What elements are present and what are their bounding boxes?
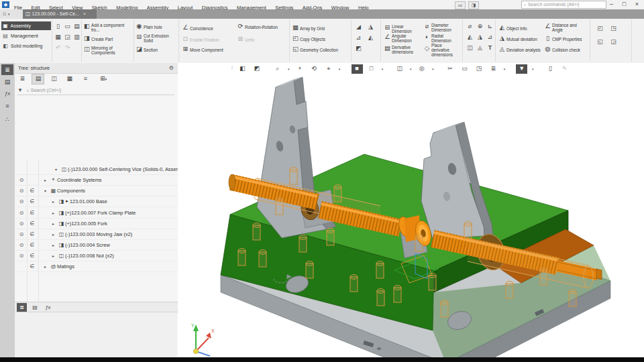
hierarchy-panel-button[interactable]: ∴ xyxy=(1,114,13,125)
tree-mini-button[interactable]: ≣ xyxy=(17,303,27,312)
plain-hole-button[interactable]: ◉Plain hole xyxy=(135,21,176,32)
symbol-button-8[interactable]: ◬ xyxy=(476,44,484,52)
angular-dimension-button[interactable]: ∠Angular Dimension xyxy=(383,32,421,42)
chevron-down-icon[interactable]: ▾ xyxy=(531,64,535,74)
symbol-button-4[interactable]: ◭ xyxy=(466,33,474,42)
pan-button[interactable]: + xyxy=(294,64,305,74)
cut-extrusion-button[interactable]: ⊟Cut Extrusion Solid xyxy=(135,32,176,42)
expand-icon[interactable]: ▸ xyxy=(44,178,50,182)
object-info-button[interactable]: ◭Object Info xyxy=(498,23,541,33)
eye-icon[interactable]: ⊙ xyxy=(16,242,27,248)
collapse-icon[interactable]: ▾ xyxy=(55,167,60,172)
eye-icon[interactable]: ⊙ xyxy=(16,221,27,227)
app-icon[interactable]: ◆ xyxy=(2,1,9,8)
element-of-icon[interactable]: ∈ xyxy=(27,221,38,227)
chevron-down-icon[interactable]: ▾ xyxy=(337,64,342,74)
tree-row-base[interactable]: ⊙∈ ▸ ◨ ► 123.01.000 Base xyxy=(16,196,178,207)
move-component-button[interactable]: ⊞Move Component xyxy=(181,44,231,54)
expand-icon[interactable]: ▸ xyxy=(52,199,58,204)
gear-icon[interactable]: ⚙ xyxy=(169,63,174,73)
tree-row-screw[interactable]: ⊙∈ ▸ ◨ (-)123.00.004 Screw xyxy=(16,239,178,251)
close-button[interactable]: × xyxy=(631,0,643,9)
radial-dimension-button[interactable]: ◐Radial Dimension xyxy=(423,32,461,42)
derivative-dimensions-button[interactable]: ▤Derivative dimensions xyxy=(383,44,421,54)
element-of-icon[interactable]: ∈ xyxy=(27,188,38,194)
symbol-button-5[interactable]: ◮ xyxy=(476,33,484,42)
constraint-button-3[interactable]: ⊿ xyxy=(354,34,363,42)
tree-row-coordinate-systems[interactable]: ⊙ ▸ ⌖ Coordinate Systems xyxy=(16,174,178,186)
tree-layers-button[interactable]: ≡ xyxy=(79,74,92,84)
tree-hidden-objects-button[interactable]: ▦ xyxy=(63,74,76,84)
element-of-icon[interactable]: ∈ xyxy=(27,198,38,204)
tree-row-fork-clamp-plate[interactable]: ⊙∈ ▸ ◨ (+)123.00.007 Fork Clamp Plate xyxy=(16,207,178,219)
geometry-collection-button[interactable]: ◱Geometry Collection xyxy=(291,44,341,54)
eye-icon[interactable]: ⊙ xyxy=(16,188,27,194)
command-search-input[interactable]: ⌕ Search commands (Alt+/) xyxy=(521,1,606,9)
expand-icon[interactable]: ▸ xyxy=(44,264,50,269)
preview-button[interactable]: ◲ xyxy=(63,33,72,42)
tree-grouping-button[interactable]: ⊞▾ xyxy=(95,74,112,84)
symbol-button-1[interactable]: ⌀ xyxy=(466,22,474,31)
document-tab[interactable]: ◫ 123.00.000 - Self-Ce... × xyxy=(23,9,97,19)
chevron-down-icon[interactable]: ▾ xyxy=(409,64,413,74)
home-tab[interactable]: ⌂ ▾ xyxy=(0,9,23,19)
chevron-down-icon[interactable]: ▾ xyxy=(502,64,506,74)
ribbon-tab-management[interactable]: ▤ Management xyxy=(1,32,51,40)
coincidence-button[interactable]: ∠Coincidence xyxy=(181,23,231,33)
zoom-button[interactable]: ⌕ xyxy=(272,64,283,74)
list-panel-button[interactable]: ≡ xyxy=(1,101,13,111)
symbol-button-2[interactable]: ⊕ xyxy=(476,22,484,31)
hidden-lines-button[interactable]: ◫ xyxy=(394,64,405,74)
drawing-button-1[interactable]: ◰ xyxy=(596,24,604,33)
unfix-button[interactable]: ⊠Unfix xyxy=(236,34,280,44)
cmp-properties-button[interactable]: ▯CMP Properties xyxy=(543,34,587,44)
parameters-mini-button[interactable]: ▤ xyxy=(30,303,40,312)
tree-row-components[interactable]: ⊙∈ ▾ ▦ Components xyxy=(16,185,178,196)
collision-check-button[interactable]: ◍Collision check xyxy=(543,44,587,54)
diameter-dimension-button[interactable]: ⌀Diameter Dimension xyxy=(423,21,461,32)
orientation-button[interactable]: ⌖ xyxy=(323,64,334,74)
create-part-button[interactable]: ◨Create Part xyxy=(83,34,130,44)
drawing-button-3[interactable]: ◱ xyxy=(596,38,604,46)
sketch-mode-button[interactable]: ◧ xyxy=(237,64,248,74)
chevron-down-icon[interactable]: ▾ xyxy=(431,64,435,74)
distance-angle-button[interactable]: ∠Distance and Angle xyxy=(543,21,587,32)
constraint-button-4[interactable]: ◭ xyxy=(366,34,375,42)
drawing-button-4[interactable]: ◲ xyxy=(609,38,618,46)
explode-view-button[interactable]: ◳ xyxy=(474,64,485,74)
symbol-button-6[interactable]: ⊿ xyxy=(486,33,494,42)
perspective-button[interactable]: ◎ xyxy=(416,64,427,74)
symbol-button-3[interactable]: ⊾ xyxy=(486,22,494,31)
expand-icon[interactable]: ▸ xyxy=(52,253,58,258)
ribbon-tab-solid-modelling[interactable]: ◧ Solid modelling xyxy=(1,42,51,50)
eye-icon[interactable]: ⊙ xyxy=(16,253,27,259)
maximize-button[interactable]: □ xyxy=(619,0,630,9)
element-of-icon[interactable]: ∈ xyxy=(27,242,38,248)
rotation-rotation-button[interactable]: ⟳Rotation-Rotation xyxy=(236,21,280,32)
array-by-grid-button[interactable]: ▦Array by Grid xyxy=(291,23,341,33)
expand-icon[interactable]: ▸ xyxy=(52,221,58,226)
element-of-icon[interactable]: ∈ xyxy=(27,231,38,237)
save-button[interactable]: ▤ xyxy=(72,22,81,31)
clip-section-button[interactable]: ✂ xyxy=(445,64,456,74)
minimize-button[interactable]: – xyxy=(606,0,617,9)
tree-row-moving-jaw[interactable]: ⊙∈ ▸ ◫ (-)123.00.003 Moving Jaw (x2) xyxy=(16,229,178,240)
element-of-icon[interactable]: ∈ xyxy=(27,210,38,216)
new-document-button[interactable]: ▯ xyxy=(54,22,62,31)
layers-button[interactable]: ≣ xyxy=(488,64,499,74)
section-button[interactable]: ◪Section xyxy=(135,44,176,54)
constraint-button-2[interactable]: ◮ xyxy=(366,23,375,32)
save-as-button[interactable]: ▥ xyxy=(72,33,81,42)
eye-icon[interactable]: ⊙ xyxy=(16,231,27,237)
symbol-button-7[interactable]: ◫ xyxy=(466,44,474,52)
drawing-button-2[interactable]: ◳ xyxy=(609,24,618,33)
tree-row-matings[interactable]: ∈ ▸ @ Matings xyxy=(16,261,178,272)
screen-icon[interactable]: ◨ xyxy=(468,1,479,9)
tree-row-fork[interactable]: ⊙∈ ▸ ◨ (+)123.00.005 Fork xyxy=(16,218,178,229)
tree-row-root[interactable]: ▾ ◫ (-)123.00.000 Self-Centering Vice (S… xyxy=(16,164,178,175)
element-of-icon[interactable]: ∈ xyxy=(27,253,38,259)
sketch-place-button[interactable]: ◩ xyxy=(251,64,262,74)
variables-panel-button[interactable]: ƒx xyxy=(1,88,13,99)
clip-box-button[interactable]: ▭ xyxy=(459,64,470,74)
mirror-components-button[interactable]: ◫Mirroring of Components xyxy=(83,44,130,54)
